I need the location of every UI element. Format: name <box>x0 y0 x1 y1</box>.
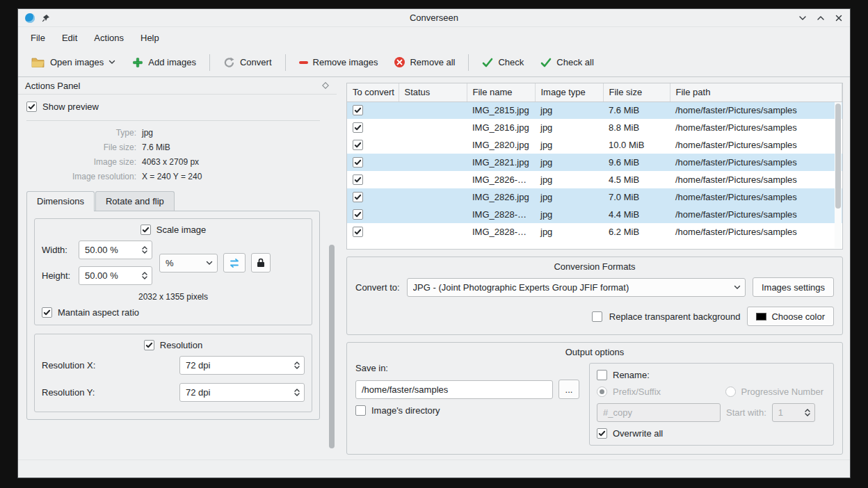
column-header[interactable]: To convert <box>347 83 399 101</box>
right-panel: To convertStatusFile nameImage typeFile … <box>339 77 850 459</box>
minimize-button[interactable] <box>798 14 807 22</box>
choose-color-button[interactable]: Choose color <box>747 307 834 326</box>
convert-checkbox[interactable] <box>353 227 363 237</box>
cell-file-size: 10.0 MiB <box>603 136 670 154</box>
actions-panel-scrollbar[interactable] <box>328 115 335 455</box>
refresh-dimensions-button[interactable] <box>223 253 246 273</box>
pin-icon[interactable] <box>42 14 50 22</box>
width-spinner[interactable]: 50.00 % <box>79 241 152 259</box>
type-label: Type: <box>26 128 136 138</box>
table-row[interactable]: IMG_2826-Mo... jpg 4.5 MiB /home/faster/… <box>347 171 842 188</box>
column-header[interactable]: File name <box>467 83 535 101</box>
menu-actions[interactable]: Actions <box>87 30 131 46</box>
float-panel-button[interactable] <box>321 81 330 90</box>
cell-file-path: /home/faster/Pictures/samples <box>670 223 842 241</box>
converseen-window: Converseen File Edit Actions Help Open i… <box>17 8 851 478</box>
save-in-label: Save in: <box>355 363 579 373</box>
browse-button[interactable]: ... <box>558 380 579 399</box>
column-header[interactable]: File size <box>603 83 670 101</box>
column-header[interactable]: Status <box>399 83 467 101</box>
check-icon <box>482 58 493 67</box>
images-directory-checkbox[interactable] <box>355 405 366 416</box>
spin-arrows-icon[interactable] <box>138 241 152 259</box>
check-all-button[interactable]: Check all <box>533 51 601 73</box>
cell-file-name: IMG_2828-2.jpg <box>467 206 535 223</box>
spin-arrows-icon[interactable] <box>138 267 152 284</box>
cell-file-path: /home/faster/Pictures/samples <box>670 119 842 136</box>
convert-checkbox[interactable] <box>353 174 363 185</box>
convert-checkbox[interactable] <box>353 105 363 115</box>
scale-image-checkbox[interactable] <box>140 225 151 235</box>
actions-panel-title: Actions Panel <box>25 81 81 91</box>
prefix-suffix-radio[interactable] <box>597 387 607 397</box>
resolution-checkbox[interactable] <box>144 340 154 350</box>
images-directory-row: Image's directory <box>355 405 579 416</box>
replace-transparent-label: Replace transparent background <box>609 311 741 322</box>
menu-file[interactable]: File <box>24 30 52 46</box>
height-label: Height: <box>42 270 73 281</box>
convert-checkbox[interactable] <box>353 157 363 168</box>
maximize-button[interactable] <box>817 14 825 22</box>
tab-dimensions[interactable]: Dimensions <box>26 191 95 211</box>
table-row[interactable]: IMG_2820.jpg jpg 10.0 MiB /home/faster/P… <box>347 136 842 154</box>
rename-pattern-input[interactable] <box>597 403 721 422</box>
image-resolution-label: Image resolution: <box>26 172 136 181</box>
add-images-button[interactable]: Add images <box>124 51 204 74</box>
close-button[interactable] <box>835 14 843 22</box>
replace-transparent-checkbox[interactable] <box>592 311 602 322</box>
file-size-value: 7.6 MiB <box>142 143 320 152</box>
convert-checkbox[interactable] <box>353 122 363 133</box>
spin-arrows-icon[interactable] <box>290 384 304 401</box>
tab-rotate-and-flip[interactable]: Rotate and flip <box>95 191 175 211</box>
table-row[interactable]: IMG_2821.jpg jpg 9.6 MiB /home/faster/Pi… <box>347 154 842 171</box>
file-list-scrollbar[interactable] <box>835 102 842 248</box>
color-swatch <box>756 313 766 320</box>
resolution-y-spinner[interactable]: 72 dpi <box>179 383 305 402</box>
convert-checkbox[interactable] <box>353 209 363 220</box>
remove-images-button[interactable]: Remove images <box>291 51 386 73</box>
resolution-x-spinner[interactable]: 72 dpi <box>179 356 305 375</box>
menu-edit[interactable]: Edit <box>55 30 84 46</box>
images-settings-button[interactable]: Images settings <box>753 277 834 297</box>
table-row[interactable]: IMG_2828-2.jpg jpg 4.4 MiB /home/faster/… <box>347 206 842 223</box>
table-row[interactable]: IMG_2816.jpg jpg 8.8 MiB /home/faster/Pi… <box>347 119 842 136</box>
start-with-spinner[interactable]: 1 <box>772 403 815 422</box>
menu-help[interactable]: Help <box>134 30 166 46</box>
cell-image-type: jpg <box>535 171 603 188</box>
spin-arrows-icon[interactable] <box>290 357 304 374</box>
title-bar[interactable]: Converseen <box>18 9 850 27</box>
column-header[interactable]: File path <box>670 83 842 101</box>
column-header[interactable]: Image type <box>535 83 603 101</box>
cell-file-path: /home/faster/Pictures/samples <box>670 154 842 171</box>
resolution-y-label: Resolution Y: <box>42 387 174 398</box>
scrollbar-thumb[interactable] <box>835 104 841 209</box>
scrollbar-thumb[interactable] <box>329 245 335 448</box>
aspect-ratio-checkbox[interactable] <box>42 307 52 318</box>
table-row[interactable]: IMG_2815.jpg jpg 7.6 MiB /home/faster/Pi… <box>347 101 842 119</box>
convert-checkbox[interactable] <box>353 140 363 150</box>
cell-status <box>399 188 467 206</box>
show-preview-checkbox[interactable] <box>26 101 37 112</box>
open-images-button[interactable]: Open images <box>24 51 123 74</box>
lock-ratio-button[interactable] <box>251 253 271 273</box>
cell-image-type: jpg <box>535 223 603 241</box>
convert-checkbox[interactable] <box>353 192 363 202</box>
check-button[interactable]: Check <box>474 51 531 73</box>
format-combobox[interactable]: JPG - (Joint Photographic Experts Group … <box>407 278 746 297</box>
cell-status <box>399 171 467 188</box>
save-path-input[interactable] <box>355 380 553 399</box>
table-row[interactable]: IMG_2826.jpg jpg 7.0 MiB /home/faster/Pi… <box>347 188 842 206</box>
convert-button[interactable]: Convert <box>216 51 280 74</box>
unit-combobox[interactable]: % <box>159 254 218 273</box>
cell-file-path: /home/faster/Pictures/samples <box>670 136 842 154</box>
aspect-ratio-label: Mantain aspect ratio <box>58 307 139 318</box>
overwrite-all-checkbox[interactable] <box>597 428 607 439</box>
progressive-number-radio[interactable] <box>725 387 736 397</box>
resolution-x-label: Resolution X: <box>42 360 174 371</box>
rename-checkbox[interactable] <box>597 370 607 380</box>
table-row[interactable]: IMG_2828-3.jpg jpg 6.2 MiB /home/faster/… <box>347 223 842 241</box>
height-spinner[interactable]: 50.00 % <box>79 266 152 285</box>
remove-all-button[interactable]: Remove all <box>387 51 463 73</box>
spin-arrows-icon[interactable] <box>801 404 814 421</box>
cell-status <box>399 119 467 136</box>
